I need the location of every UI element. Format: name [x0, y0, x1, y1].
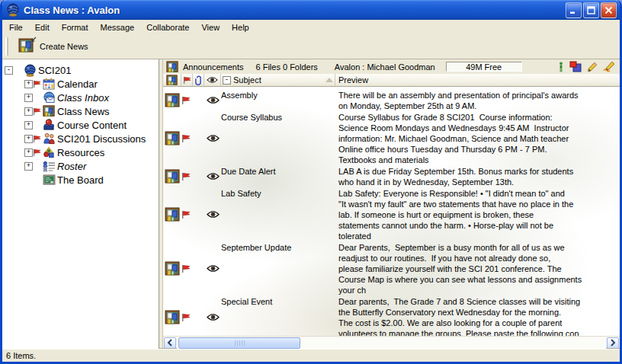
menu-help[interactable]: Help	[226, 21, 255, 34]
roster-icon	[43, 161, 56, 172]
message-row[interactable]: September Update Dear Parents, September…	[163, 241, 620, 295]
window-title: Class News : Avalon	[24, 5, 564, 16]
tree-item-the-board[interactable]: The Board	[2, 173, 159, 187]
tree-item-label: Resources	[57, 147, 104, 158]
column-viewed[interactable]	[204, 74, 221, 86]
menu-message[interactable]: Message	[95, 21, 141, 34]
chevron-left-icon	[167, 339, 173, 346]
tree-item-course-content[interactable]: + Course Content	[2, 118, 159, 132]
chalkboard-icon	[43, 174, 56, 186]
create-news-label: Create News	[40, 42, 88, 51]
menu-collaborate[interactable]: Collaborate	[140, 21, 195, 34]
close-button[interactable]	[601, 2, 617, 18]
conference-title: Announcements	[183, 62, 244, 72]
item-count: 6 Items.	[6, 351, 36, 360]
viewed-eye-icon	[204, 165, 221, 187]
collapse-box[interactable]: -	[5, 66, 13, 75]
palette-icon	[43, 146, 55, 158]
expand-box[interactable]: +	[24, 162, 33, 171]
column-flag[interactable]	[181, 74, 193, 86]
message-row[interactable]: Course Syllabus Course Syllabus for Grad…	[163, 111, 620, 165]
tree-item-sci201-discussions[interactable]: + SCI201 Discussions	[2, 132, 159, 145]
expand-box[interactable]: +	[24, 94, 33, 102]
app-window: Class News : Avalon File Edit Format Mes…	[0, 0, 622, 364]
titlebar[interactable]: Class News : Avalon	[2, 0, 620, 20]
news-item-icon	[163, 89, 181, 111]
message-subject: Assembly	[221, 89, 335, 111]
toolbar-grip[interactable]	[5, 37, 9, 56]
tree-item-class-inbox[interactable]: + Class Inbox	[2, 91, 159, 104]
main-area: - SCI201 + Calendar + Class Inbox +	[2, 59, 620, 349]
flag-icon	[181, 89, 193, 111]
eye-icon	[207, 76, 218, 84]
tree-item-sci201[interactable]: - SCI201	[2, 63, 159, 77]
people-icon	[43, 133, 56, 145]
expand-box[interactable]: +	[24, 121, 33, 129]
create-news-button[interactable]: Create News	[14, 37, 93, 56]
column-attachment[interactable]	[193, 74, 204, 86]
tree-item-label: SCI201 Discussions	[57, 133, 146, 145]
news-item-icon	[163, 295, 181, 336]
scroll-left-button[interactable]	[164, 337, 176, 349]
sort-ascending-icon	[325, 78, 333, 82]
maximize-button[interactable]	[583, 2, 599, 18]
scrollbar-track[interactable]	[177, 337, 606, 349]
flag-icon	[181, 111, 193, 165]
flag-icon	[181, 241, 193, 295]
globe-icon	[24, 64, 37, 77]
column-item-icon[interactable]	[163, 74, 181, 86]
list-column-headers: - Subject Preview	[163, 74, 620, 87]
app-globe-icon	[6, 3, 20, 17]
message-preview: Course Syllabus for Grade 8 SCI201 Cours…	[335, 111, 620, 165]
message-row[interactable]: Due Date Alert LAB A is due Friday Septe…	[163, 165, 620, 187]
tree-item-label: Calendar	[57, 78, 98, 90]
conference-tree-pane: - SCI201 + Calendar + Class Inbox +	[2, 59, 159, 349]
free-space-gauge: 49M Free	[446, 62, 522, 72]
scrollbar-thumb[interactable]	[178, 337, 300, 349]
column-subject[interactable]: - Subject	[221, 74, 335, 86]
viewed-eye-icon	[204, 89, 221, 111]
menu-format[interactable]: Format	[56, 21, 95, 34]
subject-header-label: Subject	[233, 75, 261, 85]
scroll-right-button[interactable]	[607, 337, 619, 349]
menu-edit[interactable]: Edit	[29, 21, 56, 34]
tree-item-label: Class News	[57, 106, 110, 117]
overlapping-squares-icon	[569, 61, 582, 72]
collapse-all-box[interactable]: -	[223, 76, 231, 85]
message-row[interactable]: Lab Safety Lab Safety: Everyone is Respo…	[163, 187, 620, 241]
chevron-right-icon	[610, 339, 616, 346]
expand-box[interactable]: +	[24, 80, 33, 88]
column-preview[interactable]: Preview	[335, 74, 620, 86]
tree-item-calendar[interactable]: + Calendar	[2, 77, 159, 91]
calendar-icon	[43, 78, 55, 90]
toolbar: Create News	[2, 34, 620, 59]
signature-pen-icon	[603, 61, 615, 72]
menu-view[interactable]: View	[195, 21, 226, 34]
book-apple-icon	[43, 119, 55, 131]
message-subject: Due Date Alert	[221, 165, 335, 187]
tree-item-class-news[interactable]: + Class News	[2, 104, 159, 118]
minimize-button[interactable]	[566, 2, 582, 18]
flag-icon	[181, 295, 193, 336]
viewed-eye-icon	[204, 241, 221, 295]
expand-box[interactable]: +	[24, 135, 33, 143]
expand-box[interactable]: +	[24, 107, 33, 116]
menu-file[interactable]: File	[3, 21, 29, 34]
horizontal-scrollbar[interactable]	[163, 336, 620, 349]
new-item-arrow-icon	[30, 37, 37, 43]
tree-item-resources[interactable]: + Resources	[2, 145, 159, 159]
message-row[interactable]: Assembly There will be an assembly and p…	[163, 89, 620, 111]
message-row[interactable]: Special Event Dear parents, The Grade 7 …	[163, 295, 620, 336]
tree-item-roster[interactable]: + Roster	[2, 159, 159, 173]
inbox-globe-icon	[43, 91, 56, 104]
flag-icon	[33, 80, 41, 88]
news-item-icon	[163, 111, 181, 165]
paperclip-icon	[194, 75, 203, 85]
tree-item-label: Course Content	[57, 120, 127, 131]
expand-box[interactable]: +	[24, 148, 33, 157]
files-folders-count: 6 Files 0 Folders	[256, 62, 318, 72]
viewed-eye-icon	[204, 187, 221, 241]
news-item-icon	[163, 165, 181, 187]
message-subject: Special Event	[221, 295, 335, 336]
maximize-icon	[587, 6, 595, 14]
